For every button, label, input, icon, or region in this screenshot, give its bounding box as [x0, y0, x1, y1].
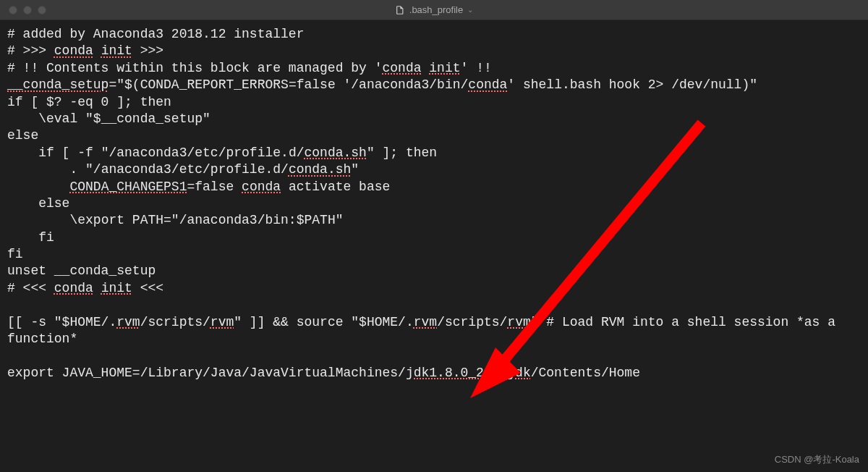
code-text [7, 180, 69, 194]
code-text: ' shell.bash hook 2> /dev/null)" [507, 77, 757, 92]
code-text: [[ -s "$HOME/. [7, 315, 116, 329]
code-text [93, 43, 101, 58]
code-text: /Contents/Home [531, 366, 640, 380]
spellcheck-underline: conda.sh [304, 146, 366, 160]
code-text: ' !! [461, 61, 492, 75]
code-line: else [7, 127, 861, 144]
spellcheck-underline: rvm [414, 315, 437, 329]
code-line: if [ -f "/anaconda3/etc/profile.d/conda.… [7, 145, 861, 161]
code-line: unset __conda_setup [7, 263, 861, 279]
spellcheck-underline: rvm [116, 315, 140, 329]
code-text [93, 281, 101, 295]
code-text: else [7, 196, 69, 211]
spellcheck-underline: __conda_setup [7, 77, 109, 92]
code-line: # added by Anaconda3 2018.12 installer [7, 26, 861, 43]
code-text: " [351, 162, 359, 177]
code-line: \eval "$__conda_setup" [7, 111, 861, 127]
titlebar[interactable]: .bash_profile ⌄ [0, 0, 868, 20]
code-text: fi [7, 230, 54, 245]
spellcheck-underline: rvm [210, 315, 234, 329]
document-icon [395, 5, 405, 15]
code-text: unset __conda_setup [7, 264, 156, 278]
code-text: # >>> [7, 43, 54, 58]
code-text: export JAVA_HOME=/Library/Java/JavaVirtu… [7, 366, 406, 380]
spellcheck-underline: jdk1.8.0_211.jdk [406, 366, 531, 380]
code-line: fi [7, 229, 861, 246]
code-text: fi [7, 247, 23, 261]
code-line [7, 347, 861, 364]
code-text: =false [187, 180, 242, 194]
spellcheck-underline: conda [54, 281, 93, 295]
spellcheck-underline: conda [54, 43, 93, 58]
code-line: # !! Contents within this block are mana… [7, 60, 861, 77]
close-window-button[interactable] [9, 6, 17, 14]
spellcheck-underline: init [429, 61, 460, 75]
code-text: ="$(CONDA_REPORT_ERRORS=false '/anaconda… [109, 77, 468, 92]
spellcheck-underline: conda [382, 61, 421, 75]
code-text: \export PATH="/anaconda3/bin:$PATH" [7, 213, 343, 227]
minimize-window-button[interactable] [23, 6, 32, 14]
code-line: else [7, 195, 861, 212]
code-line: export JAVA_HOME=/Library/Java/JavaVirtu… [7, 365, 861, 382]
title-filename: .bash_profile [409, 4, 463, 15]
code-line: # >>> conda init >>> [7, 43, 861, 59]
code-line: CONDA_CHANGEPS1=false conda activate bas… [7, 179, 861, 195]
editor-content[interactable]: # added by Anaconda3 2018.12 installer# … [0, 20, 868, 472]
code-text: /scripts/ [140, 315, 210, 329]
code-line: # <<< conda init <<< [7, 280, 861, 297]
code-line: __conda_setup="$(CONDA_REPORT_ERRORS=fal… [7, 77, 861, 93]
code-line: if [ $? -eq 0 ]; then [7, 94, 861, 111]
code-line: \export PATH="/anaconda3/bin:$PATH" [7, 212, 861, 229]
chevron-down-icon: ⌄ [467, 6, 473, 14]
title-center[interactable]: .bash_profile ⌄ [395, 4, 473, 15]
spellcheck-underline: init [101, 43, 132, 58]
code-line: . "/anaconda3/etc/profile.d/conda.sh" [7, 161, 861, 178]
maximize-window-button[interactable] [38, 6, 46, 14]
window-controls [0, 6, 46, 14]
code-text: \eval "$__conda_setup" [7, 111, 210, 126]
spellcheck-underline: conda [242, 180, 281, 194]
spellcheck-underline: CONDA_CHANGEPS1 [69, 180, 187, 194]
code-line: fi [7, 246, 861, 263]
spellcheck-underline: init [101, 281, 132, 295]
code-text: if [ -f "/anaconda3/etc/profile.d/ [7, 146, 304, 160]
code-line [7, 297, 861, 313]
code-text: # <<< [7, 281, 54, 295]
spellcheck-underline: conda.sh [289, 162, 351, 177]
spellcheck-underline: rvm [507, 315, 530, 329]
code-text: # !! Contents within this block are mana… [7, 61, 382, 75]
code-text [422, 61, 430, 75]
code-text: /scripts/ [437, 315, 507, 329]
code-text: " ]] && source "$HOME/. [234, 315, 413, 329]
code-text: >>> [132, 43, 163, 58]
code-line: [[ -s "$HOME/.rvm/scripts/rvm" ]] && sou… [7, 314, 861, 348]
code-text: # added by Anaconda3 2018.12 installer [7, 27, 304, 41]
editor-window: .bash_profile ⌄ # added by Anaconda3 201… [0, 0, 868, 472]
code-text: <<< [132, 281, 163, 295]
code-text: activate base [281, 180, 390, 194]
code-text: if [ $? -eq 0 ]; then [7, 95, 171, 109]
spellcheck-underline: conda [468, 77, 507, 92]
watermark: CSDN @考拉-Koala [775, 453, 859, 466]
code-text: " ]; then [367, 146, 437, 160]
code-text: . "/anaconda3/etc/profile.d/ [7, 162, 289, 177]
code-text: else [7, 128, 38, 143]
